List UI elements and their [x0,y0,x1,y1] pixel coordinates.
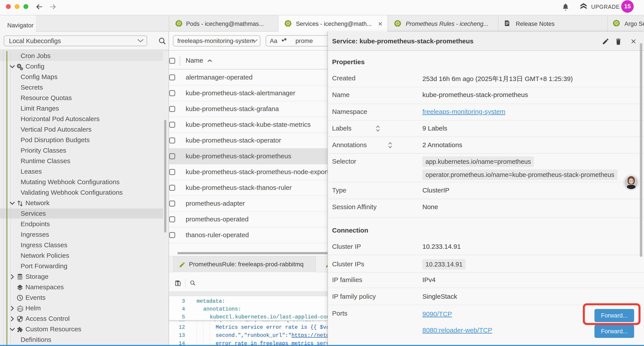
svg-text:HELM: HELM [17,308,23,310]
